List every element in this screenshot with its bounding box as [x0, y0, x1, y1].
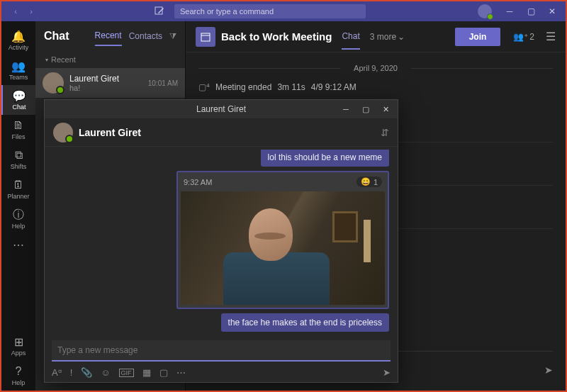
- attach-icon[interactable]: 📎: [81, 367, 92, 378]
- meeting-title: Back to Work Meeting: [221, 30, 332, 43]
- filter-icon[interactable]: ⧩: [169, 31, 176, 41]
- emoji-icon[interactable]: ☺: [101, 367, 110, 378]
- meeting-tab-chat[interactable]: Chat: [342, 24, 359, 50]
- svg-rect-1: [201, 33, 210, 41]
- rail-planner[interactable]: 🗓Planner: [1, 174, 35, 204]
- tab-recent[interactable]: Recent: [95, 26, 122, 46]
- rail-chat[interactable]: 💬Chat: [1, 85, 35, 115]
- shifts-icon: ⧉: [15, 149, 23, 162]
- gif-icon[interactable]: GIF: [119, 369, 134, 377]
- compose-input[interactable]: [52, 340, 391, 362]
- rail-help[interactable]: ⓘHelp: [1, 204, 35, 234]
- video-icon: ▢⁴: [198, 82, 210, 92]
- meeting-more-tabs[interactable]: 3 more ⌄: [370, 32, 405, 42]
- chat-list-title: Chat: [44, 30, 69, 43]
- file-icon: 🗎: [13, 119, 24, 132]
- compose-icon[interactable]: [152, 4, 167, 19]
- rail-shifts[interactable]: ⧉Shifts: [1, 145, 35, 174]
- rail-activity[interactable]: 🔔Activity: [1, 26, 35, 55]
- sticker-icon[interactable]: ▦: [142, 367, 151, 378]
- compose-toolbar: Aᵅ ! 📎 ☺ GIF ▦ ▢ ⋯ ➤: [45, 364, 398, 382]
- people-icon: 👥⁺: [513, 32, 528, 42]
- chat-popout-window: Laurent Giret ─ ▢ ✕ Laurent Giret ⇵ lol …: [44, 99, 398, 383]
- meeting-icon[interactable]: ▢: [159, 367, 168, 378]
- section-recent[interactable]: Recent: [35, 51, 185, 68]
- join-button[interactable]: Join: [455, 28, 501, 46]
- popout-maximize-button[interactable]: ▢: [357, 101, 375, 117]
- rail-more[interactable]: ⋯: [1, 234, 35, 255]
- participants-button[interactable]: 👥⁺2: [513, 32, 534, 42]
- popout-minimize-button[interactable]: ─: [337, 101, 355, 117]
- media-message[interactable]: 9:32 AM 😄 1: [176, 171, 389, 309]
- tab-contacts[interactable]: Contacts: [129, 27, 162, 45]
- rail-apps[interactable]: ⊞Apps: [1, 331, 35, 361]
- rail-files[interactable]: 🗎Files: [1, 115, 35, 145]
- calendar-icon: [196, 27, 215, 47]
- bell-icon: 🔔: [11, 30, 26, 43]
- planner-icon: 🗓: [13, 179, 24, 191]
- conversation-preview: ha!: [69, 84, 142, 92]
- meeting-ended-event: ▢⁴ Meeting ended 3m 11s 4/9 9:12 AM: [198, 79, 553, 99]
- window-maximize-button[interactable]: ▢: [520, 3, 541, 20]
- help-icon: ?: [16, 365, 22, 378]
- reaction-pill[interactable]: 😄 1: [357, 177, 382, 187]
- popout-contact-name: Laurent Giret: [79, 127, 141, 138]
- format-icon[interactable]: Aᵅ: [52, 367, 62, 378]
- nav-back-button[interactable]: ‹: [9, 4, 23, 18]
- conversation-name: Laurent Giret: [69, 74, 142, 84]
- gif-attachment[interactable]: [181, 191, 385, 305]
- date-separator: April 9, 2020: [198, 64, 553, 72]
- message-time: 9:32 AM: [184, 178, 212, 186]
- send-icon[interactable]: ➤: [544, 364, 553, 376]
- list-icon[interactable]: ☰: [546, 30, 556, 43]
- popout-titlebar: Laurent Giret ─ ▢ ✕: [45, 100, 398, 118]
- conversation-time: 10:01 AM: [148, 79, 178, 87]
- people-icon: 👥: [11, 60, 26, 72]
- ellipsis-icon: ⋯: [13, 238, 24, 251]
- more-icon[interactable]: ⋯: [176, 367, 186, 378]
- window-close-button[interactable]: ✕: [541, 3, 563, 20]
- nav-forward-button[interactable]: ›: [24, 4, 38, 18]
- help-icon: ⓘ: [13, 208, 24, 221]
- avatar: [53, 123, 73, 142]
- chevron-down-icon: ⌄: [398, 32, 405, 42]
- search-input[interactable]: Search or type a command: [174, 4, 366, 18]
- rail-teams[interactable]: 👥Teams: [1, 55, 35, 85]
- message-bubble[interactable]: the face he makes at the end is priceles…: [221, 313, 389, 332]
- meeting-header: Back to Work Meeting Chat 3 more ⌄ Join …: [186, 21, 566, 52]
- rail-help-bottom[interactable]: ?Help: [1, 361, 35, 391]
- titlebar: ‹ › Search or type a command ─ ▢ ✕: [1, 1, 566, 21]
- org-chart-icon[interactable]: ⇵: [381, 127, 389, 138]
- avatar: [43, 72, 64, 94]
- laugh-emoji-icon: 😄: [361, 177, 371, 186]
- conversation-item[interactable]: Laurent Giret ha! 10:01 AM: [35, 68, 185, 98]
- app-rail: 🔔Activity 👥Teams 💬Chat 🗎Files ⧉Shifts 🗓P…: [1, 21, 35, 391]
- message-bubble[interactable]: lol this should be a new meme: [261, 150, 389, 167]
- current-user-avatar[interactable]: [478, 4, 492, 18]
- search-placeholder: Search or type a command: [180, 7, 274, 16]
- priority-icon[interactable]: !: [70, 367, 73, 378]
- window-minimize-button[interactable]: ─: [499, 3, 520, 20]
- popout-close-button[interactable]: ✕: [376, 101, 395, 117]
- apps-icon: ⊞: [14, 335, 23, 348]
- send-icon[interactable]: ➤: [383, 367, 391, 378]
- message-list: lol this should be a new meme 9:32 AM 😄 …: [45, 147, 398, 336]
- chat-icon: 💬: [12, 89, 26, 102]
